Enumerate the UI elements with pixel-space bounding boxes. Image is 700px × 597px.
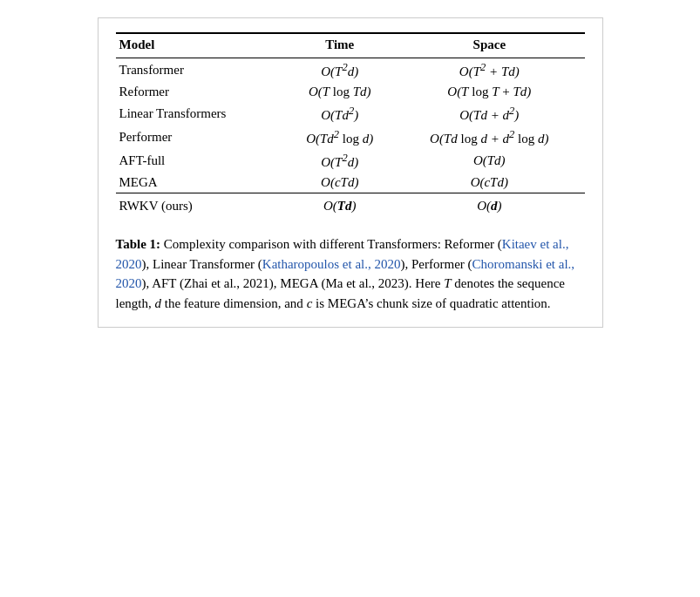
space-value: O(T2 + Td) [398, 58, 584, 83]
caption-text: Complexity comparison with different Tra… [116, 237, 575, 310]
model-name: Transformer [116, 58, 286, 83]
time-value: O(T2d) [285, 149, 398, 173]
space-value: O(T log T + Td) [398, 82, 584, 102]
table-row: AFT-full O(T2d) O(Td) [116, 149, 585, 173]
col-header-model: Model [116, 33, 286, 58]
ref-katharopoulos: Katharopoulos et al., 2020 [262, 257, 401, 271]
time-value: O(T2d) [285, 58, 398, 83]
time-value: O(Td2) [285, 102, 398, 126]
time-value-rwkv: O(Td) [285, 193, 398, 220]
main-container: Model Time Space Transformer O(T2d) O(T2… [98, 17, 603, 328]
time-value: O(cTd) [285, 173, 398, 193]
table-row: Transformer O(T2d) O(T2 + Td) [116, 58, 585, 83]
table-caption: Table 1: Complexity comparison with diff… [116, 234, 585, 313]
model-name: Linear Transformers [116, 102, 286, 126]
model-name: MEGA [116, 173, 286, 193]
space-value: O(Td) [398, 149, 584, 173]
space-value: O(cTd) [398, 173, 584, 193]
col-header-time: Time [285, 33, 398, 58]
space-value-rwkv: O(d) [398, 193, 584, 220]
model-name: AFT-full [116, 149, 286, 173]
space-value: O(Td log d + d2 log d) [398, 126, 584, 149]
complexity-table: Model Time Space Transformer O(T2d) O(T2… [116, 32, 585, 219]
table-row: Performer O(Td2 log d) O(Td log d + d2 l… [116, 126, 585, 149]
table-row: Linear Transformers O(Td2) O(Td + d2) [116, 102, 585, 126]
time-value: O(T log Td) [285, 82, 398, 102]
col-header-space: Space [398, 33, 584, 58]
time-value: O(Td2 log d) [285, 126, 398, 149]
model-name: Reformer [116, 82, 286, 102]
space-value: O(Td + d2) [398, 102, 584, 126]
model-name: Performer [116, 126, 286, 149]
model-name-rwkv: RWKV (ours) [116, 193, 286, 220]
table-row-rwkv: RWKV (ours) O(Td) O(d) [116, 193, 585, 220]
table-header-row: Model Time Space [116, 33, 585, 58]
caption-label: Table 1: [116, 237, 161, 251]
table-row: Reformer O(T log Td) O(T log T + Td) [116, 82, 585, 102]
table-row: MEGA O(cTd) O(cTd) [116, 173, 585, 193]
